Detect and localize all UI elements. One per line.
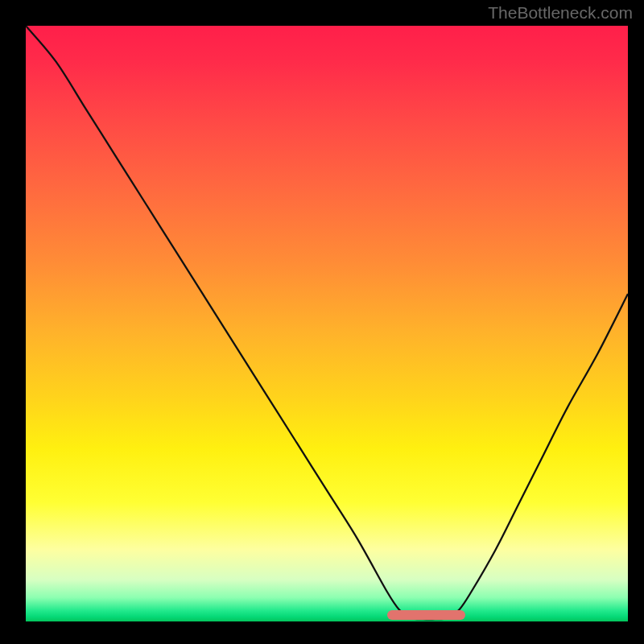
- watermark-text: TheBottleneck.com: [488, 3, 633, 23]
- chart-frame: [26, 26, 628, 621]
- bottleneck-curve: [26, 26, 628, 621]
- optimal-range-marker: [387, 610, 465, 620]
